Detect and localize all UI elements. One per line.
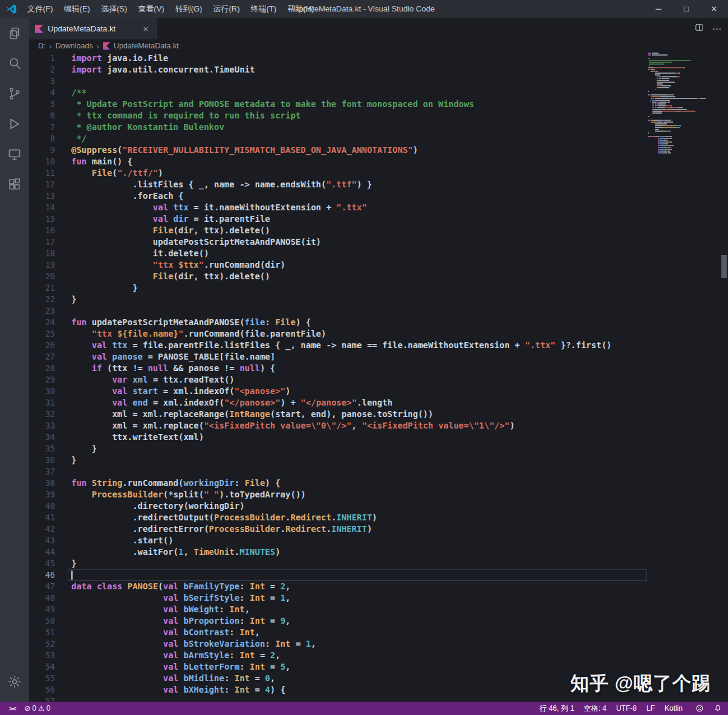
code-line-38[interactable]: 38fun String.runCommand(workingDir: File… xyxy=(29,477,728,489)
breadcrumb-item-folder[interactable]: Downloads xyxy=(56,42,93,50)
menu-item-5[interactable]: 运行(R) xyxy=(207,0,245,18)
code-line-48[interactable]: 48 val bSerifStyle: Int = 1, xyxy=(29,592,728,604)
tab-updatemetadata[interactable]: UpdateMetaData.kt × xyxy=(29,18,157,39)
close-button[interactable]: × xyxy=(700,0,728,18)
code-line-27[interactable]: 27 val panose = PANOSE_TABLE[file.name] xyxy=(29,351,728,363)
code-line-2[interactable]: 2import java.util.concurrent.TimeUnit xyxy=(29,64,728,76)
code-line-33[interactable]: 33 xml = xml.replace("<isFixedPitch valu… xyxy=(29,420,728,432)
scrollbar-thumb[interactable] xyxy=(721,255,727,278)
code-line-34[interactable]: 34 ttx.writeText(xml) xyxy=(29,432,728,443)
split-editor-icon[interactable] xyxy=(695,23,704,34)
editor-actions: ⋯ xyxy=(695,18,722,39)
code-line-8[interactable]: 8 */ xyxy=(29,133,728,144)
line-number: 44 xyxy=(29,546,71,558)
code-line-44[interactable]: 44 .waitFor(1, TimeUnit.MINUTES) xyxy=(29,546,728,558)
code-line-26[interactable]: 26 val ttx = file.parentFile.listFiles {… xyxy=(29,340,728,351)
tab-close-icon[interactable]: × xyxy=(140,24,151,34)
minimap[interactable] xyxy=(648,53,720,156)
vscode-window: 文件(F)编辑(E)选择(S)查看(V)转到(G)运行(R)终端(T)帮助(H)… xyxy=(0,0,728,715)
code-line-31[interactable]: 31 val end = xml.indexOf("</panose>") + … xyxy=(29,397,728,409)
code-line-18[interactable]: 18 it.delete() xyxy=(29,248,728,259)
code-line-13[interactable]: 13 .forEach { xyxy=(29,190,728,202)
code-line-5[interactable]: 5 * Update PostScript and PONOSE metadat… xyxy=(29,99,728,110)
menu-item-1[interactable]: 编辑(E) xyxy=(59,0,96,18)
line-number: 32 xyxy=(29,409,71,420)
remote-explorer-icon[interactable] xyxy=(0,139,29,169)
code-line-20[interactable]: 20 File(dir, ttx).delete() xyxy=(29,271,728,282)
code-line-19[interactable]: 19 "ttx $ttx".runCommand(dir) xyxy=(29,259,728,271)
code-line-15[interactable]: 15 val dir = it.parentFile xyxy=(29,213,728,225)
code-line-17[interactable]: 17 updatePostScriptMetaAndPANOSE(it) xyxy=(29,236,728,248)
menu-item-2[interactable]: 选择(S) xyxy=(96,0,132,18)
code-line-28[interactable]: 28 if (ttx != null && panose != null) { xyxy=(29,363,728,374)
source-control-icon[interactable] xyxy=(0,79,29,109)
remote-indicator[interactable]: >< xyxy=(6,705,19,713)
code-line-16[interactable]: 16 File(dir, ttx).delete() xyxy=(29,225,728,236)
status-eol[interactable]: LF xyxy=(643,704,658,713)
settings-gear-icon[interactable] xyxy=(0,667,29,697)
line-number: 52 xyxy=(29,638,71,650)
code-line-52[interactable]: 52 val bStrokeVariation: Int = 1, xyxy=(29,638,728,650)
menu-item-0[interactable]: 文件(F) xyxy=(22,0,59,18)
menu-item-3[interactable]: 查看(V) xyxy=(132,0,169,18)
code-line-43[interactable]: 43 .start() xyxy=(29,535,728,546)
code-line-51[interactable]: 51 val bContrast: Int, xyxy=(29,627,728,638)
line-number: 37 xyxy=(29,466,71,477)
code-line-53[interactable]: 53 val bArmStyle: Int = 2, xyxy=(29,650,728,661)
minimize-button[interactable]: ─ xyxy=(645,0,672,18)
code-line-49[interactable]: 49 val bWeight: Int, xyxy=(29,604,728,615)
code-line-35[interactable]: 35 } xyxy=(29,443,728,455)
code-line-30[interactable]: 30 val start = xml.indexOf("<panose>") xyxy=(29,386,728,397)
problems-indicator[interactable]: ⊘0⚠0 xyxy=(21,704,55,713)
code-line-29[interactable]: 29 var xml = ttx.readText() xyxy=(29,374,728,386)
feedback-smiley-icon[interactable] xyxy=(695,704,704,713)
code-line-1[interactable]: 1import java.io.File xyxy=(29,53,728,64)
code-line-12[interactable]: 12 .listFiles { _, name -> name.endsWith… xyxy=(29,179,728,190)
extensions-icon[interactable] xyxy=(0,169,29,199)
code-line-46[interactable]: 46 xyxy=(29,569,728,581)
code-line-4[interactable]: 4/** xyxy=(29,87,728,99)
status-language[interactable]: Kotlin xyxy=(661,704,686,713)
code-line-39[interactable]: 39 ProcessBuilder(*split(" ").toTypedArr… xyxy=(29,489,728,500)
status-encoding[interactable]: UTF-8 xyxy=(613,704,640,713)
code-line-47[interactable]: 47data class PANOSE(val bFamilyType: Int… xyxy=(29,581,728,592)
code-lines: 1import java.io.File2import java.util.co… xyxy=(29,53,728,702)
code-line-25[interactable]: 25 "ttx ${file.name}".runCommand(file.pa… xyxy=(29,328,728,340)
code-line-7[interactable]: 7 * @author Konstantin Bulenkov xyxy=(29,121,728,133)
code-line-24[interactable]: 24fun updatePostScriptMetaAndPANOSE(file… xyxy=(29,317,728,328)
line-number: 2 xyxy=(29,64,71,76)
more-actions-icon[interactable]: ⋯ xyxy=(712,24,722,34)
code-line-40[interactable]: 40 .directory(workingDir) xyxy=(29,500,728,512)
error-count: 0 xyxy=(32,704,36,713)
code-line-10[interactable]: 10fun main() { xyxy=(29,156,728,167)
bell-icon[interactable] xyxy=(713,704,722,713)
run-debug-icon[interactable] xyxy=(0,109,29,139)
breadcrumb-item-drive[interactable]: D: xyxy=(38,42,46,50)
code-line-14[interactable]: 14 val ttx = it.nameWithoutExtension + "… xyxy=(29,202,728,213)
code-line-3[interactable]: 3 xyxy=(29,76,728,87)
explorer-icon[interactable] xyxy=(0,18,29,48)
code-line-22[interactable]: 22} xyxy=(29,294,728,305)
code-line-45[interactable]: 45} xyxy=(29,558,728,569)
editor-scrollbar[interactable] xyxy=(720,53,728,702)
code-line-37[interactable]: 37 xyxy=(29,466,728,477)
code-editor[interactable]: 1import java.io.File2import java.util.co… xyxy=(29,53,728,702)
code-line-11[interactable]: 11 File("./ttf/") xyxy=(29,167,728,179)
code-line-42[interactable]: 42 .redirectError(ProcessBuilder.Redirec… xyxy=(29,523,728,535)
code-line-32[interactable]: 32 xml = xml.replaceRange(IntRange(start… xyxy=(29,409,728,420)
code-line-50[interactable]: 50 val bProportion: Int = 9, xyxy=(29,615,728,627)
breadcrumb-item-file[interactable]: UpdateMetaData.kt xyxy=(114,42,179,50)
code-line-41[interactable]: 41 .redirectOutput(ProcessBuilder.Redire… xyxy=(29,512,728,523)
code-line-9[interactable]: 9@Suppress("RECEIVER_NULLABILITY_MISMATC… xyxy=(29,144,728,156)
code-line-21[interactable]: 21 } xyxy=(29,282,728,294)
code-line-36[interactable]: 36} xyxy=(29,455,728,466)
maximize-button[interactable]: □ xyxy=(672,0,700,18)
status-indentation[interactable]: 空格: 4 xyxy=(581,704,609,714)
code-line-23[interactable]: 23 xyxy=(29,305,728,317)
menu-item-6[interactable]: 终端(T) xyxy=(245,0,282,18)
code-line-6[interactable]: 6 * ttx command is required to run this … xyxy=(29,110,728,121)
code-line-57[interactable]: 57 xyxy=(29,696,728,702)
status-cursor-position[interactable]: 行 46, 列 1 xyxy=(536,704,577,714)
search-icon[interactable] xyxy=(0,48,29,79)
menu-item-4[interactable]: 转到(G) xyxy=(170,0,208,18)
